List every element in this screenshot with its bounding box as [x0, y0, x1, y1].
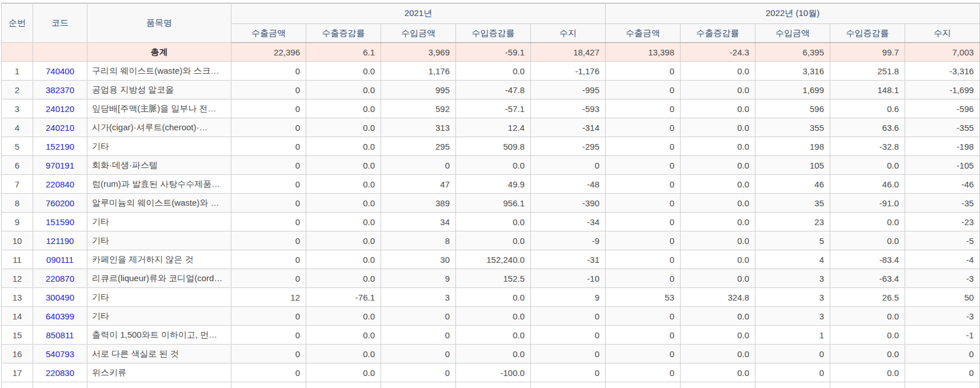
total-value-cell: 99.7: [830, 43, 905, 62]
value-cell: -63.4: [830, 269, 905, 288]
value-cell: 198: [755, 137, 830, 156]
code-link[interactable]: 300490: [46, 293, 74, 302]
value-cell: 0.0: [681, 345, 755, 363]
code-link[interactable]: 240120: [46, 104, 74, 114]
code-cell: 152190: [33, 137, 87, 156]
value-cell: -593: [531, 99, 606, 118]
row-number-cell: 16: [2, 345, 33, 363]
item-name-cell: 잎담배[주맥(主脈)을 일부나 전…: [87, 99, 231, 118]
code-link[interactable]: 540793: [46, 349, 74, 359]
code-link[interactable]: 240210: [46, 123, 74, 133]
col-header-y2022-3: 수입증감률: [830, 24, 905, 43]
code-link[interactable]: 970191: [46, 161, 74, 170]
value-cell: 0: [231, 194, 306, 213]
value-cell: 105: [755, 156, 830, 175]
value-cell: -198: [905, 137, 980, 156]
item-name-cell: 기타: [87, 213, 231, 231]
value-cell: 0.0: [830, 307, 905, 326]
value-cell: 295: [381, 137, 456, 156]
value-cell: 0: [231, 99, 306, 118]
value-cell: 0: [231, 137, 306, 156]
value-cell: 0.0: [830, 326, 905, 345]
code-cell: 220840: [33, 175, 87, 194]
value-cell: 23: [755, 213, 830, 231]
value-cell: -10: [531, 269, 606, 288]
value-cell: 0.0: [681, 175, 755, 194]
code-link[interactable]: 640399: [46, 311, 74, 321]
value-cell: 0.0: [830, 231, 905, 250]
code-link[interactable]: 760200: [46, 198, 74, 208]
value-cell: 0: [606, 156, 681, 175]
value-cell: 0: [531, 363, 606, 382]
value-cell: 34: [381, 213, 456, 231]
cutoff-cell: [87, 382, 231, 388]
code-cell: 240210: [33, 118, 87, 137]
value-cell: 4: [755, 250, 830, 269]
value-cell: -295: [531, 137, 606, 156]
table-row: 12220870리큐르(liqueur)류와 코디얼(cord…00.09152…: [2, 269, 980, 288]
col-header-y2021-2: 수입금액: [381, 24, 456, 43]
total-value-cell: 3,969: [381, 43, 456, 62]
code-cell: 151590: [33, 213, 87, 231]
code-link[interactable]: 850811: [46, 330, 74, 340]
cutoff-cell: [33, 382, 87, 388]
value-cell: -3: [905, 307, 980, 326]
value-cell: 0: [231, 231, 306, 250]
value-cell: 0: [606, 137, 681, 156]
code-link[interactable]: 220840: [46, 179, 74, 189]
value-cell: 0: [606, 175, 681, 194]
value-cell: -47.8: [456, 81, 531, 99]
col-header-y2021-1: 수출증감률: [306, 24, 381, 43]
value-cell: 0: [381, 307, 456, 326]
value-cell: 46: [755, 175, 830, 194]
value-cell: 509.8: [456, 137, 531, 156]
value-cell: 0: [231, 156, 306, 175]
code-link[interactable]: 121190: [46, 236, 74, 246]
total-value-cell: 22,396: [231, 43, 306, 62]
code-cell: 850811: [33, 326, 87, 345]
value-cell: 596: [755, 99, 830, 118]
value-cell: -355: [905, 118, 980, 137]
value-cell: 0: [231, 81, 306, 99]
table-row: 17220830위스키류00.00-100.0000.000.00: [2, 363, 980, 382]
value-cell: 148.1: [830, 81, 905, 99]
value-cell: -76.1: [306, 288, 381, 307]
code-link[interactable]: 220870: [46, 274, 74, 283]
cutoff-cell: [681, 382, 755, 388]
value-cell: 0.0: [681, 231, 755, 250]
code-link[interactable]: 090111: [46, 255, 74, 265]
col-header-item: 품목명: [87, 3, 231, 43]
cutoff-cell: [231, 382, 306, 388]
value-cell: 0.0: [306, 81, 381, 99]
table-row: 10121190기타00.080.0-900.050.0-5: [2, 231, 980, 250]
value-cell: 0: [231, 118, 306, 137]
value-cell: 0: [606, 363, 681, 382]
row-number-cell: 14: [2, 307, 33, 326]
code-cell: 220830: [33, 363, 87, 382]
table-row: 16540793서로 다른 색실로 된 것00.000.0000.000.00: [2, 345, 980, 363]
item-name-cell: 럼(rum)과 발효된 사탕수수제품…: [87, 175, 231, 194]
item-name-cell: 알루미늄의 웨이스트(waste)와 …: [87, 194, 231, 213]
total-label-cell: 총계: [87, 43, 231, 62]
code-link[interactable]: 382370: [46, 85, 74, 95]
code-link[interactable]: 152190: [46, 142, 74, 151]
value-cell: 0: [755, 345, 830, 363]
item-name-cell: 기타: [87, 288, 231, 307]
code-cell: 121190: [33, 231, 87, 250]
code-link[interactable]: 151590: [46, 217, 74, 227]
value-cell: 0.0: [306, 307, 381, 326]
table-row: 13300490기타12-76.130.0953324.8326.550: [2, 288, 980, 307]
code-link[interactable]: 220830: [46, 368, 74, 378]
value-cell: 26.5: [830, 288, 905, 307]
value-cell: 0: [531, 307, 606, 326]
value-cell: 0: [606, 81, 681, 99]
value-cell: 0.0: [456, 345, 531, 363]
value-cell: 0.0: [681, 326, 755, 345]
table-header: 순번 코드 품목명 2021년 2022년 (10월) 수출금액수출증감률수입금…: [2, 3, 980, 43]
code-link[interactable]: 740400: [46, 66, 74, 76]
value-cell: -995: [531, 81, 606, 99]
value-cell: 389: [381, 194, 456, 213]
code-cell: 970191: [33, 156, 87, 175]
value-cell: 0: [755, 363, 830, 382]
row-number-cell: 8: [2, 194, 33, 213]
